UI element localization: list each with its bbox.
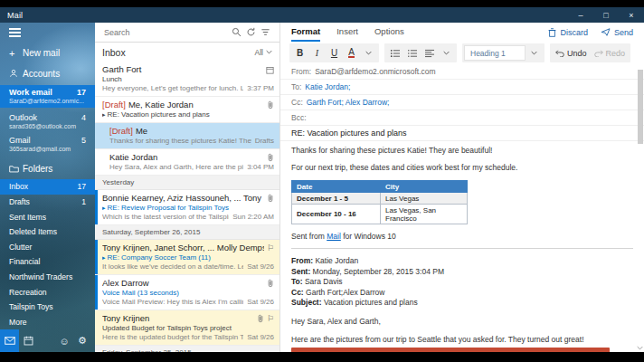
- bullet-list-button[interactable]: [386, 44, 403, 62]
- sidebar-item-clutter[interactable]: Clutter: [0, 239, 95, 254]
- sidebar-item-northwind-traders[interactable]: Northwind Traders: [0, 270, 95, 285]
- message-sender: Katie Jordan: [109, 152, 263, 163]
- undo-button[interactable]: Undo: [552, 49, 591, 58]
- unread-indicator: [95, 240, 98, 274]
- calendar-app-button[interactable]: [19, 329, 38, 352]
- message-preview: Hey everyone, Let's get together for lun…: [102, 84, 243, 93]
- folder-list: Inbox 17 Drafts 1 Sent Items Deleted Ite…: [0, 179, 95, 329]
- tab-format[interactable]: Format: [291, 23, 320, 42]
- cc-recipients[interactable]: Garth Fort; Alex Darrow;: [307, 98, 390, 107]
- compose-pane: Format Insert Options Discard Send: [280, 23, 644, 352]
- new-mail-button[interactable]: + New mail: [0, 44, 95, 62]
- to-recipient[interactable]: Katie Jordan;: [305, 82, 350, 91]
- sidebar-item-recreation[interactable]: Recreation: [0, 284, 95, 300]
- compose-body-editor[interactable]: Thanks for sharing these pictures Katie!…: [280, 141, 644, 352]
- sidebar-item-financial[interactable]: Financial: [0, 254, 95, 270]
- sidebar-item-deleted-items[interactable]: Deleted Items: [0, 224, 95, 240]
- message-time: Sun 2:20 AM: [232, 213, 274, 222]
- folders-header[interactable]: Folders: [0, 159, 95, 177]
- message-preview: Voice Mail Preview: Hey this is Alex I'm…: [102, 298, 243, 307]
- discard-button[interactable]: Discard: [548, 28, 588, 37]
- message-preview: Which is the latest version of the Tails…: [102, 213, 229, 222]
- italic-button[interactable]: I: [308, 44, 326, 62]
- account-gmail[interactable]: Gmail 5 365sarad@gmail.com: [0, 133, 95, 156]
- table-row: December 1 - 5 Las Vegas: [292, 193, 468, 205]
- align-button[interactable]: [421, 44, 438, 62]
- tab-insert[interactable]: Insert: [336, 23, 358, 42]
- account-name: Outlook: [9, 113, 37, 122]
- folder-name: Financial: [9, 257, 40, 266]
- message-row-draft-selected[interactable]: [Draft]Me Thanks for sharing these pictu…: [95, 123, 279, 149]
- sidebar-item-tailspin-toys[interactable]: Tailspin Toys: [0, 300, 95, 315]
- send-button[interactable]: Send: [601, 28, 633, 37]
- hamburger-menu-icon[interactable]: [0, 23, 27, 41]
- account-unread-count: 5: [81, 136, 86, 145]
- envelope-icon: [5, 337, 15, 345]
- underline-button[interactable]: U: [326, 44, 343, 62]
- date-separator: Friday, September 25, 2015: [95, 346, 279, 352]
- subject-field[interactable]: RE: Vacation pictures and plans: [280, 126, 644, 141]
- message-row-garth-fort[interactable]: Garth Fort Lunch Hey everyone, Let's get…: [95, 62, 279, 97]
- bcc-field[interactable]: Bcc:: [280, 110, 644, 126]
- message-row-alex-darrow[interactable]: Alex Darrow Voice Mail (13 seconds) Voic…: [95, 275, 279, 310]
- feedback-button[interactable]: ☺: [55, 336, 73, 347]
- sidebar-item-inbox[interactable]: Inbox 17: [0, 179, 95, 195]
- account-unread-count: 17: [77, 88, 86, 97]
- chevron-down-icon[interactable]: [526, 44, 543, 62]
- conversation-expander-icon[interactable]: ▸: [102, 254, 106, 261]
- message-time: Sat 9/26: [247, 262, 274, 272]
- quoted-cc-label: Cc:: [291, 288, 304, 297]
- paperclip-icon: [267, 194, 274, 203]
- mail-link[interactable]: Mail: [327, 232, 341, 241]
- sidebar-item-sent-items[interactable]: Sent Items: [0, 209, 95, 224]
- account-outlook[interactable]: Outlook 4 sarad365@outlook.com: [0, 110, 95, 133]
- search-input[interactable]: [102, 27, 229, 38]
- scrollbar-thumb[interactable]: [638, 70, 643, 144]
- to-field[interactable]: To: Katie Jordan;: [280, 80, 644, 95]
- account-name: Work email: [9, 88, 52, 97]
- account-unread-count: 4: [81, 113, 86, 122]
- redo-button[interactable]: Redo: [591, 49, 630, 58]
- message-row-draft-conversation[interactable]: [Draft]Me, Katie Jordan ▸RE: Vacation pi…: [95, 97, 279, 123]
- message-row-company-soccer[interactable]: Tony Krijnen, Janet Schorr, ... Molly De…: [95, 240, 279, 275]
- minimize-button[interactable]: –: [568, 7, 593, 23]
- sync-icon[interactable]: [243, 27, 258, 37]
- filter-icon[interactable]: [258, 27, 272, 37]
- cc-field[interactable]: Cc: Garth Fort; Alex Darrow;: [280, 95, 644, 110]
- conversation-expander-icon[interactable]: ▸: [102, 111, 106, 118]
- filter-dropdown[interactable]: All: [255, 48, 272, 57]
- message-time: 3:37 PM: [247, 84, 274, 93]
- search-icon[interactable]: [229, 27, 243, 37]
- chevron-down-icon[interactable]: [360, 44, 377, 62]
- message-subject: RE: Review Proposal for Tailspin Toys: [108, 204, 229, 212]
- date-separator: Yesterday: [95, 176, 279, 190]
- font-color-button[interactable]: A: [343, 44, 360, 62]
- tab-options[interactable]: Options: [374, 23, 404, 42]
- message-preview: Here is the updated budget for the Tails…: [102, 333, 243, 342]
- paragraph-group: [384, 43, 457, 62]
- sidebar-item-more[interactable]: More: [0, 314, 95, 329]
- message-list-panel: Inbox All Garth Fort Lunch Hey everyone,…: [95, 23, 280, 352]
- main-content: + New mail Accounts Work email 17 SaraD@…: [0, 23, 644, 352]
- accounts-header[interactable]: Accounts: [0, 65, 95, 83]
- conversation-expander-icon[interactable]: ▸: [102, 205, 106, 211]
- message-row-bonnie-kearney[interactable]: Bonnie Kearney, Aziz Hassouneh, ... Tony…: [95, 190, 279, 225]
- style-dropdown[interactable]: Heading 1: [464, 45, 526, 61]
- settings-button[interactable]: ⚙: [73, 335, 91, 347]
- message-subject: RE: Company Soccer Team (11): [108, 253, 211, 262]
- mail-app-button[interactable]: [0, 329, 19, 352]
- folder-name: Recreation: [9, 288, 47, 297]
- from-label: From:: [291, 67, 311, 76]
- sidebar-item-drafts[interactable]: Drafts 1: [0, 195, 95, 210]
- from-field[interactable]: From: SaraD@arfdemo2.onmicrosoft.com: [280, 64, 644, 80]
- chevron-down-icon[interactable]: [438, 44, 455, 62]
- bold-button[interactable]: B: [291, 44, 308, 62]
- close-button[interactable]: ×: [619, 7, 644, 23]
- message-time: Sat 9/26: [247, 333, 274, 342]
- account-work-email[interactable]: Work email 17 SaraD@arfdemo2.onmic...: [0, 85, 95, 108]
- message-row-updated-budget[interactable]: Tony Krijnen ⚐ Updated Budget for Tailsp…: [95, 310, 279, 346]
- maximize-button[interactable]: □: [593, 7, 619, 23]
- message-row-katie-jordan[interactable]: Katie Jordan Hey Sara, Alex and Garth, H…: [95, 149, 279, 176]
- numbered-list-button[interactable]: [403, 44, 421, 62]
- scroll-down-arrow[interactable]: [637, 346, 643, 350]
